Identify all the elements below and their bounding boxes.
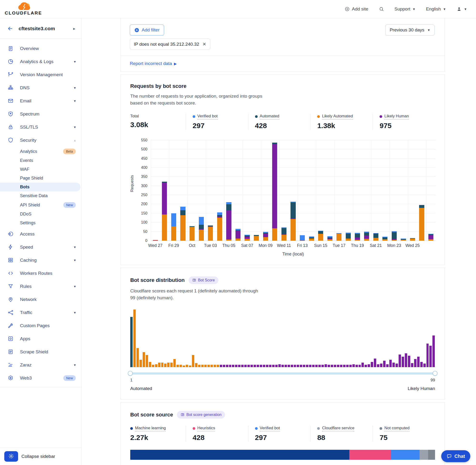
source-stacked-bar — [130, 450, 435, 460]
x-tick-label: Sat 07 — [241, 243, 253, 248]
stat-likely-automated: Likely Automated1.38k — [310, 114, 373, 130]
cloudflare-logo[interactable]: CLOUDFLARE — [5, 2, 43, 16]
sidebar-item-spectrum[interactable]: Spectrum — [0, 107, 81, 120]
slider-handle-max[interactable] — [433, 371, 438, 376]
stat-label: Total — [130, 114, 139, 119]
date-range-selector[interactable]: Previous 30 days▼ — [385, 24, 434, 35]
histogram-bar — [176, 365, 179, 367]
chat-button[interactable]: Chat — [441, 450, 470, 462]
sidebar-item-label: Overview — [20, 46, 76, 51]
sidebar-item-workers-routes[interactable]: Workers Routes — [0, 267, 81, 280]
sidebar-item-api-shield[interactable]: API ShieldNew — [0, 200, 81, 210]
close-icon[interactable]: ✕ — [202, 42, 206, 47]
bar-slot — [307, 140, 316, 241]
sidebar-item-dns[interactable]: DNS▾ — [0, 81, 81, 94]
account-menu[interactable]: ▼ — [456, 6, 467, 12]
sidebar-item-rules[interactable]: Rules▾ — [0, 280, 81, 293]
sidebar-item-waf[interactable]: WAF — [0, 165, 81, 174]
bar-slot — [233, 140, 243, 241]
bar-segment-la — [382, 239, 387, 241]
sidebar-item-access[interactable]: Access — [0, 227, 81, 241]
site-selector[interactable]: cftestsite3.com ▸ — [0, 18, 81, 39]
stacked-bar — [401, 239, 406, 241]
source-segment-verified-bot — [391, 450, 419, 460]
bot-score-generation-badge[interactable]: Bot score generation — [177, 411, 225, 419]
histogram-bar — [337, 365, 339, 367]
sidebar-item-zaraz[interactable]: Zaraz▾ — [0, 358, 81, 371]
bar-segment-a — [392, 232, 397, 239]
score-range-slider[interactable] — [130, 372, 435, 375]
org-tree-icon — [8, 85, 14, 91]
sidebar-item-security[interactable]: Security▴ — [0, 134, 81, 147]
histogram-bar — [429, 346, 432, 367]
filter-chip[interactable]: IP does not equal 35.212.240.32 ✕ — [130, 39, 210, 50]
sidebar-item-ddos[interactable]: DDoS — [0, 210, 81, 219]
bar-slot — [417, 140, 426, 241]
sidebar-item-email[interactable]: Email▾ — [0, 94, 81, 107]
sidebar-item-apps[interactable]: Apps — [0, 332, 81, 345]
slider-handle-min[interactable] — [128, 371, 133, 376]
sidebar-item-events[interactable]: Events — [0, 156, 81, 165]
histogram-bar — [303, 365, 305, 367]
y-tick-label: 550 — [141, 138, 148, 142]
sidebar-item-settings[interactable]: Settings — [0, 219, 81, 227]
sidebar-item-label: Access — [20, 232, 76, 237]
sidebar-item-scrape-shield[interactable]: Scrape Shield — [0, 345, 81, 358]
language-menu[interactable]: English▼ — [426, 6, 446, 12]
add-filter-button[interactable]: Add filter — [130, 24, 164, 35]
stacked-bar — [180, 207, 185, 241]
sidebar-item-version-management[interactable]: Version Management — [0, 68, 81, 81]
sidebar-item-speed[interactable]: Speed▾ — [0, 241, 81, 254]
bar-segment-la — [364, 239, 369, 241]
bar-segment-la — [171, 226, 176, 241]
support-menu[interactable]: Support▼ — [395, 6, 415, 12]
histogram-bar — [380, 364, 382, 367]
histogram-bar — [408, 356, 410, 367]
sidebar-item-analytics-logs[interactable]: Analytics & Logs▾ — [0, 55, 81, 68]
requests-card-description: The number of requests to your applicati… — [130, 93, 264, 107]
new-badge: New — [63, 202, 76, 208]
bar-segment-la — [309, 239, 314, 241]
bar-segment-red — [153, 240, 158, 241]
settings-gear-button[interactable] — [4, 451, 18, 462]
stacked-bar — [217, 212, 222, 241]
sidebar-item-overview[interactable]: Overview — [0, 42, 81, 55]
sidebar-item-page-shield[interactable]: Page Shield — [0, 174, 81, 183]
collapse-sidebar-label[interactable]: Collapse sidebar — [21, 454, 55, 459]
stat-label: Likely Automated — [322, 114, 353, 119]
add-site-button[interactable]: Add site — [345, 6, 368, 12]
bar-segment-vb — [300, 235, 305, 240]
sidebar-item-bots[interactable]: Bots — [0, 183, 81, 191]
distribution-card-title: Bot score distribution — [130, 277, 185, 283]
report-incorrect-data-link[interactable]: Report incorrect data▶ — [130, 61, 177, 66]
sidebar-item-sensitive-data[interactable]: Sensitive Data — [0, 191, 81, 200]
bar-slot — [371, 140, 381, 241]
sidebar-item-ssl-tls[interactable]: SSL/TLS▾ — [0, 120, 81, 134]
bar-slot — [408, 140, 417, 241]
slider-min-value: 1 — [130, 378, 132, 383]
sidebar-item-caching[interactable]: Caching▾ — [0, 254, 81, 267]
histogram-bar — [217, 365, 219, 367]
sidebar-item-custom-pages[interactable]: Custom Pages — [0, 319, 81, 332]
histogram-bar — [377, 364, 379, 367]
sidebar-item-network[interactable]: Network — [0, 293, 81, 306]
bot-score-doc-badge[interactable]: Bot Score — [189, 276, 218, 284]
sidebar-item-web3[interactable]: Web3New — [0, 371, 81, 384]
histogram-bar — [315, 365, 318, 367]
shield-star-icon — [8, 111, 14, 117]
caret-right-icon[interactable]: ▸ — [73, 26, 75, 31]
bar-segment-a — [226, 204, 231, 210]
sidebar-item-analytics[interactable]: AnalyticsBeta — [0, 147, 81, 156]
bar-segment-a — [382, 237, 387, 239]
verified-bot-legend-dot — [255, 427, 258, 430]
sidebar-item-label: Apps — [20, 336, 76, 341]
source-segment-cloudflare-service — [420, 450, 428, 460]
slider-max-label: Likely Human — [408, 386, 435, 391]
sidebar-item-traffic[interactable]: Traffic▾ — [0, 306, 81, 319]
bar-segment-a — [318, 231, 323, 234]
search-button[interactable] — [379, 6, 384, 12]
back-arrow-icon[interactable] — [7, 25, 13, 32]
stacked-bar — [153, 240, 158, 241]
sidebar-item-label: Caching — [20, 258, 74, 263]
bar-slot — [187, 140, 197, 241]
